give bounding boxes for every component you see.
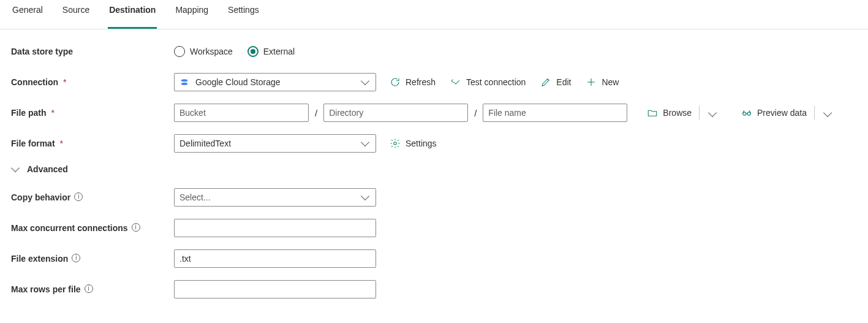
browse-label: Browse <box>663 108 692 118</box>
gear-icon <box>390 138 401 149</box>
copy-behavior-placeholder: Select... <box>179 192 357 202</box>
chevron-down-icon <box>361 192 369 200</box>
advanced-toggle[interactable]: Advanced <box>11 164 857 174</box>
browse-options-button[interactable] <box>706 107 719 118</box>
plug-icon <box>450 77 461 88</box>
test-connection-label: Test connection <box>466 77 526 87</box>
label-file-extension: File extension <box>11 254 68 264</box>
radio-icon-checked <box>247 46 259 57</box>
label-connection: Connection <box>11 77 58 87</box>
label-max-concurrent: Max concurrent connections <box>11 223 128 233</box>
chevron-down-icon <box>11 164 20 172</box>
chevron-down-icon <box>361 138 369 146</box>
new-connection-button[interactable]: New <box>584 74 620 90</box>
label-max-rows: Max rows per file <box>11 284 81 294</box>
radio-group-data-store-type: Workspace External <box>174 46 295 57</box>
file-extension-input[interactable] <box>179 250 371 267</box>
info-icon[interactable]: i <box>132 223 140 232</box>
browse-button[interactable]: Browse <box>646 105 693 121</box>
max-rows-input-wrapper <box>174 280 376 298</box>
label-file-path: File path <box>11 108 47 118</box>
split-divider <box>699 106 700 120</box>
svg-point-1 <box>181 83 188 85</box>
svg-point-4 <box>394 142 397 145</box>
info-icon[interactable]: i <box>72 254 80 262</box>
tab-bar: General Source Destination Mapping Setti… <box>0 0 868 29</box>
required-indicator: * <box>60 139 63 148</box>
bucket-input-wrapper <box>174 104 309 122</box>
preview-data-button[interactable]: Preview data <box>740 105 808 121</box>
directory-input[interactable] <box>329 104 462 121</box>
connection-value: Google Cloud Storage <box>195 77 281 87</box>
radio-workspace[interactable]: Workspace <box>174 46 233 57</box>
row-max-rows: Max rows per file i <box>11 279 857 299</box>
radio-external[interactable]: External <box>247 46 295 57</box>
tab-destination[interactable]: Destination <box>108 0 157 29</box>
glasses-icon <box>741 107 752 118</box>
chevron-down-icon <box>708 108 717 117</box>
row-file-path: File path * / / Browse <box>11 103 857 123</box>
radio-workspace-label: Workspace <box>190 47 233 56</box>
path-separator: / <box>474 108 477 118</box>
file-format-select[interactable]: DelimitedText <box>174 134 376 153</box>
file-extension-input-wrapper <box>174 249 376 268</box>
file-format-value: DelimitedText <box>179 139 357 148</box>
google-cloud-storage-icon <box>179 77 189 87</box>
preview-data-label: Preview data <box>757 108 807 118</box>
chevron-down-icon <box>823 108 832 117</box>
edit-connection-button[interactable]: Edit <box>539 74 572 90</box>
row-file-extension: File extension i <box>11 249 857 268</box>
required-indicator: * <box>63 77 66 87</box>
refresh-button[interactable]: Refresh <box>388 74 437 90</box>
tab-settings[interactable]: Settings <box>227 0 260 29</box>
bucket-input[interactable] <box>179 104 303 121</box>
row-data-store-type: Data store type Workspace External <box>11 42 857 61</box>
row-max-concurrent: Max concurrent connections i <box>11 218 857 238</box>
refresh-label: Refresh <box>406 77 436 87</box>
copy-behavior-select[interactable]: Select... <box>174 188 376 207</box>
tab-mapping[interactable]: Mapping <box>174 0 209 29</box>
radio-external-label: External <box>263 47 295 56</box>
label-data-store-type: Data store type <box>11 47 73 56</box>
pencil-icon <box>540 77 551 88</box>
row-connection: Connection * Google Cloud Storage Refres… <box>11 72 857 92</box>
path-separator: / <box>315 108 317 118</box>
row-file-format: File format * DelimitedText Settings <box>11 134 857 153</box>
max-rows-input[interactable] <box>179 281 371 298</box>
required-indicator: * <box>51 108 55 118</box>
connection-select[interactable]: Google Cloud Storage <box>174 73 376 91</box>
directory-input-wrapper <box>323 104 468 122</box>
file-format-settings-button[interactable]: Settings <box>388 135 438 151</box>
edit-connection-label: Edit <box>556 77 571 87</box>
test-connection-button[interactable]: Test connection <box>449 74 527 90</box>
info-icon[interactable]: i <box>85 284 93 293</box>
label-copy-behavior: Copy behavior <box>11 192 70 202</box>
label-file-format: File format <box>11 139 55 148</box>
max-concurrent-input-wrapper <box>174 219 376 237</box>
advanced-label: Advanced <box>27 164 68 174</box>
tab-general[interactable]: General <box>11 0 44 29</box>
refresh-icon <box>390 77 401 88</box>
row-copy-behavior: Copy behavior i Select... <box>11 188 857 207</box>
file-format-settings-label: Settings <box>406 139 437 148</box>
svg-point-0 <box>181 79 188 82</box>
max-concurrent-input[interactable] <box>179 219 371 237</box>
file-name-input[interactable] <box>488 104 622 121</box>
radio-icon <box>174 46 185 57</box>
plus-icon <box>586 77 597 88</box>
preview-options-button[interactable] <box>821 107 834 118</box>
tab-source[interactable]: Source <box>61 0 91 29</box>
split-divider <box>814 106 815 120</box>
chevron-down-icon <box>361 77 369 85</box>
file-name-input-wrapper <box>483 104 627 122</box>
new-connection-label: New <box>602 77 619 87</box>
folder-icon <box>647 107 658 118</box>
info-icon[interactable]: i <box>74 192 83 201</box>
